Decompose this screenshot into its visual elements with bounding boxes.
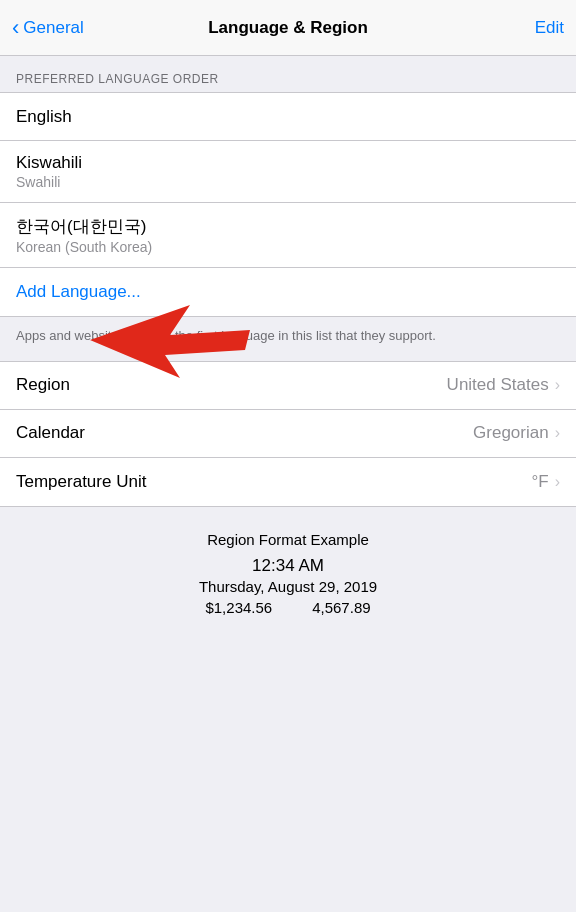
format-currency: $1,234.56 (205, 599, 272, 616)
format-date: Thursday, August 29, 2019 (16, 578, 560, 595)
language-info-text: Apps and websites will use the first lan… (0, 317, 576, 360)
language-item-kiswahili[interactable]: Kiswahili Swahili (0, 141, 576, 203)
language-item-english[interactable]: English (0, 93, 576, 141)
navigation-bar: ‹ General Language & Region Edit (0, 0, 576, 56)
temperature-label: Temperature Unit (16, 472, 146, 492)
region-item[interactable]: Region United States › (0, 362, 576, 410)
language-name-korean: 한국어(대한민국) (16, 215, 560, 238)
region-format-example: Region Format Example 12:34 AM Thursday,… (0, 507, 576, 632)
language-item-korean[interactable]: 한국어(대한민국) Korean (South Korea) (0, 203, 576, 268)
language-sub-korean: Korean (South Korea) (16, 239, 560, 255)
calendar-chevron-icon: › (555, 424, 560, 442)
format-numbers-row: $1,234.56 4,567.89 (16, 599, 560, 616)
language-name-english: English (16, 107, 560, 127)
calendar-label: Calendar (16, 423, 85, 443)
language-name-kiswahili: Kiswahili (16, 153, 560, 173)
format-example-title: Region Format Example (16, 531, 560, 548)
temperature-value-group: °F › (531, 472, 560, 492)
preferred-language-header: PREFERRED LANGUAGE ORDER (0, 56, 576, 92)
settings-list: Region United States › Calendar Gregoria… (0, 361, 576, 507)
calendar-item[interactable]: Calendar Gregorian › (0, 410, 576, 458)
calendar-value-group: Gregorian › (473, 423, 560, 443)
temperature-value: °F (531, 472, 548, 492)
region-chevron-icon: › (555, 376, 560, 394)
page-title: Language & Region (208, 18, 368, 38)
annotation-arrow-wrapper (0, 360, 576, 361)
temperature-item[interactable]: Temperature Unit °F › (0, 458, 576, 506)
format-number: 4,567.89 (312, 599, 370, 616)
language-sub-kiswahili: Swahili (16, 174, 560, 190)
edit-button[interactable]: Edit (535, 18, 564, 38)
region-value-group: United States › (447, 375, 560, 395)
calendar-value: Gregorian (473, 423, 549, 443)
language-list: English Kiswahili Swahili 한국어(대한민국) Kore… (0, 92, 576, 317)
format-time: 12:34 AM (16, 556, 560, 576)
back-chevron-icon: ‹ (12, 17, 19, 39)
temperature-chevron-icon: › (555, 473, 560, 491)
back-button[interactable]: ‹ General (12, 17, 84, 39)
region-label: Region (16, 375, 70, 395)
region-value: United States (447, 375, 549, 395)
back-label: General (23, 18, 83, 38)
add-language-button[interactable]: Add Language... (0, 268, 576, 316)
